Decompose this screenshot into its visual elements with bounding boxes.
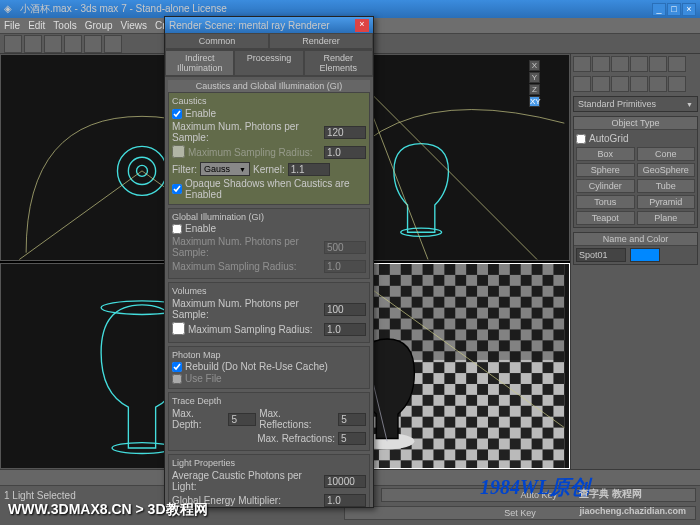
gi-radius-spinner[interactable]: 1.0 [324,260,366,273]
depth-label: Max. Depth: [172,408,225,430]
caustics-enable-checkbox[interactable] [172,109,182,119]
svg-line-7 [360,82,537,259]
max-photons-label: Maximum Num. Photons per Sample: [172,121,321,143]
tab-display[interactable] [649,56,667,72]
energy-spinner[interactable]: 1.0 [324,494,366,507]
kernel-label: Kernel: [253,164,285,175]
volumes-label: Volumes [172,286,366,296]
primitive-dropdown[interactable]: Standard Primitives [573,96,698,112]
tool-undo[interactable] [4,35,22,53]
autogrid-label: AutoGrid [589,133,628,144]
menu-group[interactable]: Group [85,20,113,31]
gi-photons-spinner[interactable]: 500 [324,241,366,254]
close-button[interactable]: × [682,3,696,16]
tab-hierarchy[interactable] [611,56,629,72]
subtab-geometry[interactable] [573,76,591,92]
usefile-checkbox[interactable] [172,374,182,384]
kernel-spinner[interactable]: 1.1 [288,163,330,176]
vol-radius-label: Maximum Sampling Radius: [188,324,321,335]
refr-spinner[interactable]: 5 [338,432,366,445]
photon-label: Photon Map [172,350,366,360]
btn-plane[interactable]: Plane [637,211,696,225]
subtab-cameras[interactable] [630,76,648,92]
refr-label: Max. Refractions: [257,433,335,444]
tab-processing[interactable]: Processing [234,50,303,76]
axis-xy[interactable]: XY [529,96,540,107]
autogrid-checkbox[interactable] [576,134,586,144]
trace-label: Trace Depth [172,396,366,406]
dialog-close-button[interactable]: × [355,19,369,32]
panel-tabs [573,56,698,72]
avg-spinner[interactable]: 10000 [324,475,366,488]
subtab-helpers[interactable] [649,76,667,92]
btn-geosphere[interactable]: GeoSphere [637,163,696,177]
object-name-input[interactable] [576,248,626,262]
render-dialog: Render Scene: mental ray Renderer × Comm… [164,16,374,508]
menu-views[interactable]: Views [121,20,148,31]
btn-teapot[interactable]: Teapot [576,211,635,225]
tab-renderer[interactable]: Renderer [269,33,373,49]
btn-cone[interactable]: Cone [637,147,696,161]
caustics-gi-header[interactable]: Caustics and Global Illumination (GI) [168,80,370,92]
depth-spinner[interactable]: 5 [228,413,256,426]
axis-z[interactable]: Z [529,84,540,95]
tool-rotate[interactable] [84,35,102,53]
watermark-url: WWW.3DMAX8.CN > 3D教程网 [8,501,208,519]
minimize-button[interactable]: _ [652,3,666,16]
max-radius-label: Maximum Sampling Radius: [188,147,321,158]
vol-radius-checkbox[interactable] [172,322,185,335]
opaque-label: Opaque Shadows when Caustics are Enabled [185,178,366,200]
vol-photons-spinner[interactable]: 100 [324,303,366,316]
btn-tube[interactable]: Tube [637,179,696,193]
btn-pyramid[interactable]: Pyramid [637,195,696,209]
tab-utilities[interactable] [668,56,686,72]
tab-elements[interactable]: Render Elements [304,50,373,76]
object-type-header[interactable]: Object Type [574,117,697,130]
vol-radius-spinner[interactable]: 1.0 [324,323,366,336]
maximize-button[interactable]: □ [667,3,681,16]
refl-spinner[interactable]: 5 [338,413,366,426]
watermark-site: 查字典 教程网jiaocheng.chazidian.com [579,484,686,517]
btn-cylinder[interactable]: Cylinder [576,179,635,193]
dialog-titlebar[interactable]: Render Scene: mental ray Renderer × [165,17,373,33]
app-title: 小酒杯.max - 3ds max 7 - Stand-alone Licens… [20,2,227,16]
refl-label: Max. Reflections: [259,408,335,430]
max-radius-spinner[interactable]: 1.0 [324,146,366,159]
subtab-lights[interactable] [611,76,629,92]
axis-gizmo: X Y Z XY [529,59,565,108]
caustics-enable-label: Enable [185,108,216,119]
axis-y[interactable]: Y [529,72,540,83]
tab-common[interactable]: Common [165,33,269,49]
command-panel: Standard Primitives Object Type AutoGrid… [570,54,700,469]
svg-line-3 [19,171,142,260]
avg-label: Average Caustic Photons per Light: [172,470,321,492]
menu-edit[interactable]: Edit [28,20,45,31]
rebuild-checkbox[interactable] [172,362,182,372]
selection-status: 1 Light Selected [4,490,76,501]
subtab-space[interactable] [668,76,686,92]
name-color-header[interactable]: Name and Color [574,233,697,246]
filter-label: Filter: [172,164,197,175]
tab-indirect[interactable]: Indirect Illumination [165,50,234,76]
tool-move[interactable] [64,35,82,53]
gi-enable-checkbox[interactable] [172,224,182,234]
tool-redo[interactable] [24,35,42,53]
max-radius-checkbox[interactable] [172,145,185,158]
color-swatch[interactable] [630,248,660,262]
opaque-checkbox[interactable] [172,184,182,194]
menu-file[interactable]: File [4,20,20,31]
filter-dropdown[interactable]: Gauss [200,162,250,176]
subtab-shapes[interactable] [592,76,610,92]
tab-motion[interactable] [630,56,648,72]
axis-x[interactable]: X [529,60,540,71]
tool-scale[interactable] [104,35,122,53]
menu-tools[interactable]: Tools [53,20,76,31]
btn-box[interactable]: Box [576,147,635,161]
tab-modify[interactable] [592,56,610,72]
rebuild-label: Rebuild (Do Not Re-Use Cache) [185,361,328,372]
btn-torus[interactable]: Torus [576,195,635,209]
max-photons-spinner[interactable]: 120 [324,126,366,139]
btn-sphere[interactable]: Sphere [576,163,635,177]
tool-select[interactable] [44,35,62,53]
tab-create[interactable] [573,56,591,72]
